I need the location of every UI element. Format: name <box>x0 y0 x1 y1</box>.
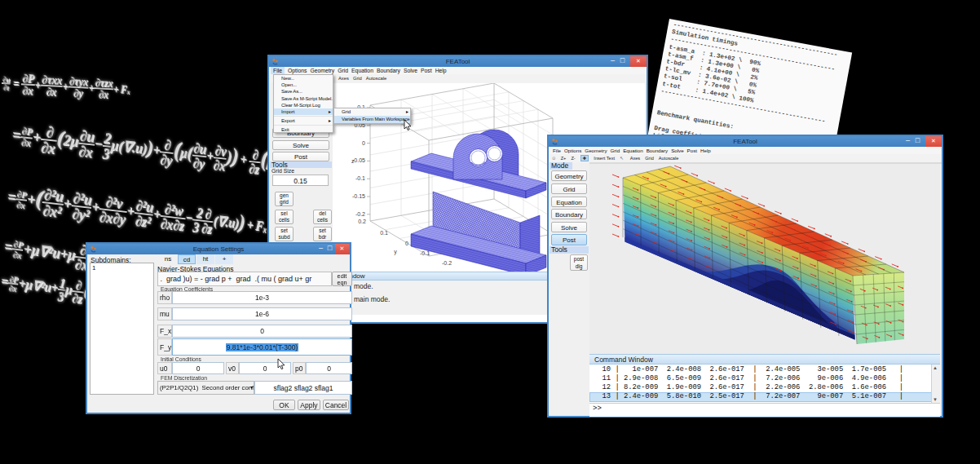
svg-text:-0.15: -0.15 <box>352 193 365 199</box>
svg-text:z: z <box>351 158 355 164</box>
svg-text:-0.1: -0.1 <box>420 250 430 256</box>
svg-text:0.2: 0.2 <box>358 219 366 224</box>
svg-text:0: 0 <box>405 241 408 246</box>
svg-text:-0.1: -0.1 <box>355 175 365 181</box>
svg-text:-0.2: -0.2 <box>442 260 452 266</box>
svg-text:-0.2: -0.2 <box>355 211 365 217</box>
svg-text:y: y <box>394 249 397 255</box>
svg-text:0.1: 0.1 <box>380 230 388 236</box>
svg-text:0: 0 <box>362 140 365 146</box>
